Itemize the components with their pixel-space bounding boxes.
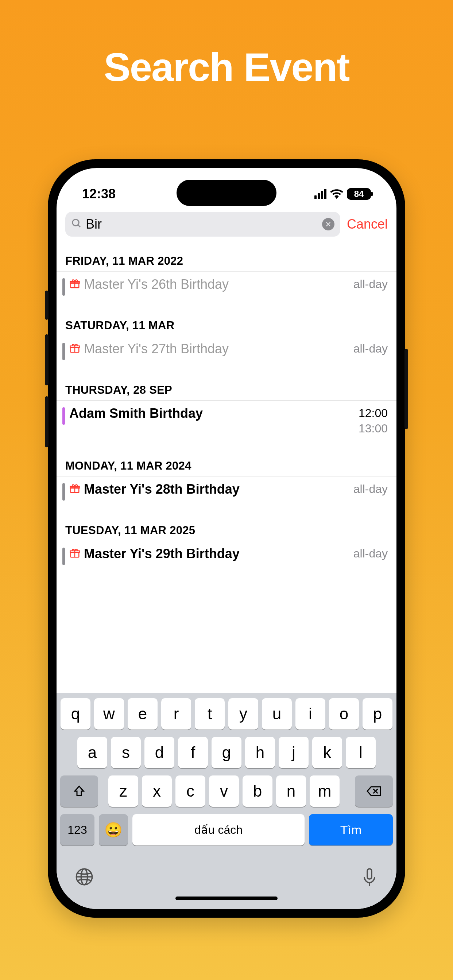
key-s[interactable]: s [111, 737, 141, 768]
key-y[interactable]: y [228, 698, 258, 730]
key-m[interactable]: m [309, 775, 340, 807]
status-time: 12:38 [82, 186, 116, 202]
event-row[interactable]: Master Yi's 29th Birthdayall-day [57, 541, 396, 570]
device-side-button [45, 291, 48, 320]
keyboard-search-key[interactable]: Tìm [309, 814, 393, 845]
event-title: Master Yi's 29th Birthday [84, 546, 353, 562]
key-f[interactable]: f [178, 737, 208, 768]
home-indicator[interactable] [175, 897, 278, 900]
space-key[interactable]: dấu cách [132, 814, 305, 845]
shift-icon [73, 784, 86, 798]
key-o[interactable]: o [329, 698, 359, 730]
calendar-color-bar [62, 343, 65, 360]
battery-icon: 84 [347, 188, 371, 200]
svg-point-0 [73, 220, 79, 226]
section-header: SATURDAY, 11 MAR [57, 301, 396, 336]
globe-icon [75, 867, 94, 886]
svg-rect-21 [367, 869, 372, 879]
backspace-icon [366, 784, 381, 798]
numbers-key[interactable]: 123 [60, 814, 94, 845]
section-header: THURSDAY, 28 SEP [57, 365, 396, 400]
search-results[interactable]: FRIDAY, 11 MAR 2022Master Yi's 26th Birt… [57, 242, 396, 693]
clear-search-button[interactable] [322, 218, 335, 231]
device-side-button [405, 349, 408, 429]
status-icons: 84 [314, 188, 371, 200]
event-title: Master Yi's 26th Birthday [84, 277, 353, 292]
backspace-key[interactable] [355, 775, 393, 807]
event-time: 12:0013:00 [359, 406, 388, 436]
cellular-icon [314, 189, 327, 199]
search-input[interactable] [86, 216, 322, 232]
wifi-icon [330, 189, 343, 199]
svg-line-1 [78, 225, 80, 227]
search-field[interactable] [65, 212, 340, 237]
search-icon [71, 218, 82, 231]
gift-icon [69, 547, 80, 558]
screen: 12:38 84 Cancel FRIDAY, 11 MAR 2022Maste… [57, 168, 396, 909]
event-row[interactable]: Adam Smith Birthday12:0013:00 [57, 400, 396, 441]
promo-title: Search Event [104, 44, 349, 90]
key-v[interactable]: v [209, 775, 239, 807]
event-time: all-day [353, 341, 388, 356]
key-n[interactable]: n [276, 775, 306, 807]
search-bar: Cancel [57, 208, 396, 242]
gift-icon [69, 483, 80, 494]
event-time: all-day [353, 482, 388, 497]
device-side-button [45, 334, 48, 385]
section-header: FRIDAY, 11 MAR 2022 [57, 242, 396, 271]
emoji-icon: 😀 [104, 821, 123, 838]
keyboard: qwertyuiop asdfghjkl zxcvbnm 123 😀 dấu c… [57, 693, 396, 909]
key-g[interactable]: g [212, 737, 241, 768]
section-header: TUESDAY, 11 MAR 2025 [57, 506, 396, 541]
gift-icon [69, 278, 80, 289]
key-a[interactable]: a [77, 737, 107, 768]
key-i[interactable]: i [295, 698, 325, 730]
dictation-key[interactable] [361, 867, 378, 889]
key-t[interactable]: t [195, 698, 225, 730]
device-frame: 12:38 84 Cancel FRIDAY, 11 MAR 2022Maste… [48, 159, 405, 918]
globe-key[interactable] [75, 867, 94, 889]
key-p[interactable]: p [362, 698, 392, 730]
section-header: MONDAY, 11 MAR 2024 [57, 441, 396, 476]
key-w[interactable]: w [94, 698, 124, 730]
status-bar: 12:38 84 [57, 168, 396, 208]
event-row[interactable]: Master Yi's 28th Birthdayall-day [57, 476, 396, 506]
key-r[interactable]: r [161, 698, 191, 730]
key-x[interactable]: x [142, 775, 172, 807]
key-q[interactable]: q [61, 698, 91, 730]
event-title: Adam Smith Birthday [69, 406, 359, 421]
microphone-icon [361, 867, 378, 888]
calendar-color-bar [62, 547, 65, 565]
device-side-button [45, 396, 48, 447]
key-z[interactable]: z [108, 775, 138, 807]
key-u[interactable]: u [262, 698, 292, 730]
key-e[interactable]: e [128, 698, 158, 730]
event-row[interactable]: Master Yi's 26th Birthdayall-day [57, 271, 396, 301]
close-icon [325, 221, 332, 228]
key-j[interactable]: j [279, 737, 309, 768]
calendar-color-bar [62, 278, 65, 296]
event-time: all-day [353, 277, 388, 292]
key-b[interactable]: b [242, 775, 273, 807]
key-l[interactable]: l [346, 737, 376, 768]
calendar-color-bar [62, 483, 65, 501]
event-row[interactable]: Master Yi's 27th Birthdayall-day [57, 336, 396, 365]
key-k[interactable]: k [312, 737, 342, 768]
key-d[interactable]: d [144, 737, 174, 768]
cancel-button[interactable]: Cancel [347, 216, 388, 232]
key-h[interactable]: h [245, 737, 275, 768]
gift-icon [69, 343, 80, 354]
event-title: Master Yi's 28th Birthday [84, 482, 353, 497]
emoji-key[interactable]: 😀 [99, 814, 128, 845]
calendar-color-bar [62, 407, 65, 425]
key-c[interactable]: c [175, 775, 205, 807]
event-title: Master Yi's 27th Birthday [84, 341, 353, 356]
event-time: all-day [353, 546, 388, 562]
shift-key[interactable] [60, 775, 98, 807]
